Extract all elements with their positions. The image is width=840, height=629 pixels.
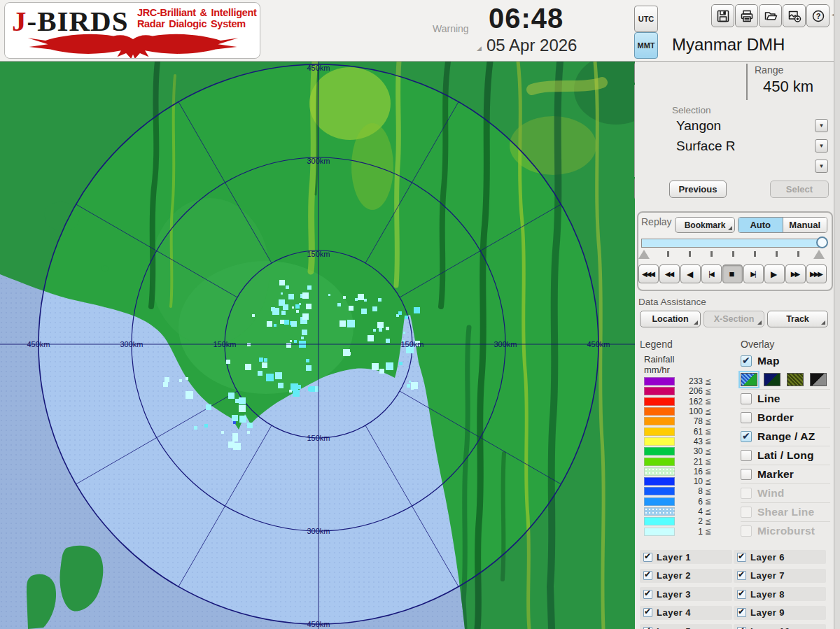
slider-start-marker[interactable]	[638, 250, 650, 259]
layer-8-checkbox[interactable]	[737, 590, 746, 599]
layer-row[interactable]: Layer 2	[640, 569, 732, 583]
layer-row[interactable]: Layer 5	[640, 624, 732, 629]
timezone-button-mmt[interactable]: MMT	[634, 32, 658, 59]
layer-label: Layer 1	[657, 552, 691, 563]
capture-button[interactable]	[783, 4, 806, 27]
track-button[interactable]: Track	[767, 311, 828, 327]
line-checkbox[interactable]	[741, 393, 752, 404]
lati-long-checkbox[interactable]	[741, 450, 752, 461]
layer-6-checkbox[interactable]	[737, 553, 746, 562]
legend-row: 206≦	[644, 386, 711, 396]
x-section-button[interactable]: X-Section	[704, 311, 764, 327]
overlay-label: Overlay	[741, 339, 774, 350]
replay-mode-auto[interactable]: Auto	[738, 218, 783, 232]
save-icon	[718, 10, 728, 21]
svg-text:450km: 450km	[307, 620, 330, 628]
fast-rewind-button[interactable]: ◀◀	[659, 264, 680, 283]
step-back-button[interactable]: |◀	[701, 264, 722, 283]
save-button[interactable]	[711, 4, 734, 27]
style-black-gray-swatch[interactable]	[810, 373, 827, 386]
open-folder-button[interactable]	[759, 4, 782, 27]
layer-label: Layer 10	[750, 626, 790, 629]
overlay-item-lati-long[interactable]: Lati / Long	[741, 446, 830, 465]
replay-progress-slider[interactable]	[641, 239, 825, 248]
layer-row[interactable]: Layer 8	[734, 587, 826, 601]
overlay-item-range-az[interactable]: Range / AZ	[741, 427, 830, 446]
legend-swatch	[644, 407, 675, 416]
layer-5-checkbox[interactable]	[643, 627, 652, 629]
play-backward-button[interactable]: ◀	[680, 264, 701, 283]
warning-label: Warning	[433, 23, 469, 34]
location-button[interactable]: Location	[640, 311, 701, 327]
legend-swatch	[644, 447, 675, 455]
layer-row[interactable]: Layer 9	[734, 606, 826, 620]
timezone-button-utc[interactable]: UTC	[634, 6, 658, 32]
layer-4-checkbox[interactable]	[643, 608, 652, 617]
layer-3-checkbox[interactable]	[643, 590, 652, 599]
range-az-checkbox[interactable]	[741, 431, 752, 442]
layer-1-checkbox[interactable]	[643, 553, 652, 562]
logo-title: J-BIRDS	[12, 5, 128, 37]
layer-label: Layer 7	[750, 570, 785, 581]
product-dropdown-button[interactable]: ▼	[815, 139, 828, 153]
legend-swatch	[644, 417, 675, 425]
legend-swatch	[644, 397, 675, 406]
layer-2-checkbox[interactable]	[643, 571, 652, 580]
overlay-item-line[interactable]: Line	[741, 389, 830, 408]
legend-value: 43	[675, 437, 703, 446]
forward-to-end-button[interactable]: ▶▶▶	[806, 264, 827, 283]
svg-text:300km: 300km	[120, 340, 143, 348]
play-button[interactable]: ▶	[764, 264, 785, 283]
site-dropdown-button[interactable]: ▼	[815, 119, 828, 132]
layer-row[interactable]: Layer 4	[640, 606, 732, 620]
marker-checkbox[interactable]	[741, 469, 752, 480]
overlay-item-border[interactable]: Border	[741, 408, 830, 427]
map-style-swatches	[741, 370, 827, 390]
extra-dropdown-button[interactable]: ▼	[815, 160, 828, 173]
select-button[interactable]: Select	[770, 181, 829, 198]
style-blue-green-swatch[interactable]	[741, 373, 757, 386]
legend-lte-symbol: ≦	[705, 517, 711, 526]
overlay-item-map[interactable]: Map	[741, 351, 830, 370]
layer-7-checkbox[interactable]	[737, 571, 746, 580]
legend-lte-symbol: ≦	[705, 467, 711, 476]
legend-lte-symbol: ≦	[705, 427, 711, 436]
legend-swatch	[644, 477, 675, 486]
stop-button[interactable]: ■	[722, 264, 743, 283]
legend-value: 233	[675, 376, 703, 386]
style-navy-darkgreen-swatch[interactable]	[764, 373, 780, 386]
legend-lte-symbol: ≦	[705, 457, 711, 466]
legend-value: 162	[675, 397, 703, 407]
help-button[interactable]: ?	[806, 4, 830, 27]
style-olive-swatch[interactable]	[787, 373, 804, 386]
fast-forward-button[interactable]: ▶▶	[785, 264, 806, 283]
replay-slider-handle[interactable]	[816, 236, 828, 248]
shear-line-checkbox	[741, 507, 752, 518]
step-forward-button[interactable]: ▶|	[743, 264, 764, 283]
layer-row[interactable]: Layer 1	[640, 550, 732, 564]
overlay-item-label: Microburst	[757, 525, 815, 537]
replay-mode-manual[interactable]: Manual	[783, 218, 827, 232]
layer-10-checkbox[interactable]	[737, 627, 746, 629]
legend-value: 6	[675, 497, 703, 507]
layer-row[interactable]: Layer 3	[640, 587, 732, 601]
layer-row[interactable]: Layer 7	[734, 569, 826, 583]
print-button[interactable]	[735, 4, 758, 27]
rewind-to-start-button[interactable]: ◀◀◀	[638, 264, 659, 283]
bookmark-button[interactable]: Bookmark	[675, 217, 735, 233]
legend-swatch	[644, 458, 675, 466]
layer-row[interactable]: Layer 10	[734, 624, 826, 629]
legend-row: 30≦	[644, 446, 711, 456]
layer-row[interactable]: Layer 6	[734, 550, 826, 564]
legend-swatch	[644, 517, 675, 525]
slider-end-marker[interactable]	[813, 250, 825, 259]
radar-map[interactable]: 150km150km150km150km300km300km300km300km…	[0, 62, 635, 629]
border-checkbox[interactable]	[741, 412, 752, 423]
overlay-item-marker[interactable]: Marker	[741, 465, 830, 483]
toolbar: ?	[711, 4, 830, 27]
layer-9-checkbox[interactable]	[737, 608, 746, 617]
legend-lte-symbol: ≦	[705, 417, 711, 426]
previous-button[interactable]: Previous	[669, 181, 727, 198]
legend-row: 6≦	[644, 497, 711, 507]
map-checkbox[interactable]	[741, 355, 752, 367]
